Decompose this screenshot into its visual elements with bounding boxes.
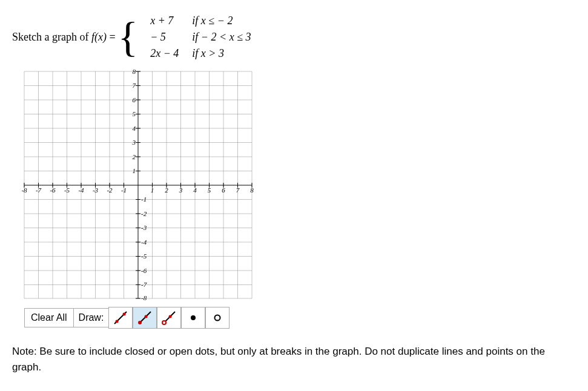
svg-text:-6: -6 (50, 186, 56, 194)
open-dot-tool[interactable] (205, 307, 230, 329)
svg-text:7: 7 (133, 82, 136, 89)
graph-canvas[interactable]: -8-7-6 -5-4-3 -2-1 123 456 78 876 543 21… (15, 68, 576, 304)
ray-open-icon (160, 309, 177, 326)
svg-point-102 (138, 321, 142, 324)
line-tool[interactable] (108, 307, 133, 329)
svg-point-100 (123, 313, 126, 316)
svg-text:-1: -1 (141, 196, 147, 203)
brace: { (118, 16, 139, 59)
piece-expr-1: − 5 (150, 31, 166, 43)
svg-text:-2: -2 (141, 210, 147, 217)
svg-text:7: 7 (236, 186, 240, 194)
piece-expr-2: 2x − 4 (150, 47, 179, 59)
coordinate-grid[interactable]: -8-7-6 -5-4-3 -2-1 123 456 78 876 543 21… (15, 68, 257, 301)
svg-text:6: 6 (222, 186, 225, 194)
note-text: Note: Be sure to include closed or open … (12, 344, 569, 375)
piece-cond-0: if x ≤ − 2 (192, 15, 233, 27)
svg-text:-6: -6 (141, 267, 147, 274)
ray-open-tool[interactable] (157, 307, 181, 329)
svg-text:-8: -8 (141, 294, 147, 301)
svg-text:2: 2 (165, 186, 168, 194)
svg-text:8: 8 (133, 68, 136, 75)
piece-cond-1: if − 2 < x ≤ 3 (192, 31, 251, 43)
svg-text:3: 3 (132, 139, 136, 146)
svg-point-107 (191, 315, 196, 320)
svg-point-103 (145, 315, 148, 318)
draw-toolbar: Clear All Draw: (24, 307, 576, 329)
function-name: f(x) (91, 31, 107, 43)
question-prompt: Sketch a graph of f(x) = (12, 31, 116, 44)
svg-text:-2: -2 (107, 186, 113, 194)
svg-text:4: 4 (133, 125, 136, 132)
svg-text:6: 6 (133, 96, 136, 104)
svg-point-99 (116, 320, 119, 323)
svg-text:8: 8 (250, 186, 254, 194)
svg-point-108 (215, 315, 220, 321)
ray-closed-tool[interactable] (133, 307, 157, 329)
svg-point-105 (162, 321, 166, 324)
piecewise-definition: x + 7 if x ≤ − 2 − 5 if − 2 < x ≤ 3 2x −… (143, 12, 258, 62)
svg-text:3: 3 (179, 186, 183, 194)
equals: = (107, 31, 116, 43)
svg-text:1: 1 (133, 167, 136, 174)
question-row: Sketch a graph of f(x) = { x + 7 if x ≤ … (12, 12, 576, 62)
svg-text:-8: -8 (21, 186, 27, 194)
svg-text:-7: -7 (36, 186, 42, 194)
clear-all-button[interactable]: Clear All (24, 308, 74, 327)
svg-text:-4: -4 (78, 186, 84, 194)
draw-label: Draw: (74, 308, 109, 327)
piece-expr-0: x + 7 (150, 15, 173, 27)
svg-text:-5: -5 (141, 252, 147, 260)
piece-cond-2: if x > 3 (192, 47, 224, 59)
open-dot-icon (209, 309, 226, 326)
prompt-prefix: Sketch a graph of (12, 31, 91, 43)
svg-text:2: 2 (133, 153, 136, 160)
svg-text:-3: -3 (93, 186, 99, 194)
ray-closed-icon (136, 309, 153, 326)
svg-text:-4: -4 (141, 238, 147, 246)
svg-text:4: 4 (193, 186, 197, 194)
closed-dot-tool[interactable] (181, 307, 205, 329)
svg-point-106 (169, 315, 172, 318)
svg-text:-3: -3 (141, 224, 147, 231)
svg-text:-7: -7 (141, 281, 147, 288)
svg-text:-5: -5 (64, 186, 70, 194)
svg-text:5: 5 (208, 186, 211, 194)
svg-text:-1: -1 (121, 186, 127, 194)
line-icon (112, 309, 129, 326)
svg-text:1: 1 (151, 186, 154, 194)
svg-text:5: 5 (133, 110, 136, 117)
closed-dot-icon (185, 309, 202, 326)
